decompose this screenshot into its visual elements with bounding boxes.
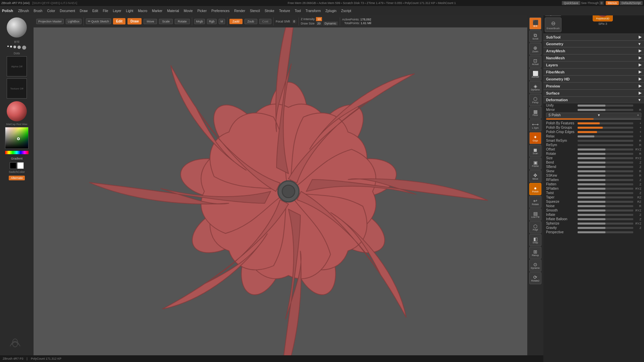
sflatten-slider[interactable] [578, 188, 633, 190]
zadd-btn[interactable]: Zadd [229, 19, 243, 24]
fibermesh-section[interactable]: FiberMesh ▶ [543, 68, 644, 75]
aahalf-btn[interactable]: ⬜ AAHalf [529, 68, 541, 80]
skew-slider[interactable] [578, 170, 633, 172]
default-zscript-btn[interactable]: DefaultZScript [620, 1, 643, 5]
transform-menu[interactable]: Transform [304, 9, 322, 13]
see-through-value[interactable]: 0 [599, 1, 604, 5]
brush-menu[interactable]: Brush [32, 9, 44, 13]
twist-slider[interactable] [578, 192, 633, 194]
scale-btn[interactable]: Scale [159, 19, 173, 24]
lightbox-btn[interactable]: LightBox [66, 19, 82, 24]
polish-features-slider[interactable] [578, 122, 633, 124]
material-menu[interactable]: Material [165, 9, 181, 13]
light-menu[interactable]: Light [124, 9, 135, 13]
marker-menu[interactable]: Marker [150, 9, 164, 13]
movie-menu[interactable]: Movie [182, 9, 195, 13]
preferences-menu[interactable]: Preferences [210, 9, 231, 13]
layers-section[interactable]: Layers ▶ [543, 61, 644, 68]
edit-menu[interactable]: Edit [91, 9, 100, 13]
texture-menu[interactable]: Texture [277, 9, 292, 13]
polish-crisp-slider[interactable] [578, 131, 633, 133]
squeeze-slider[interactable] [578, 201, 633, 203]
draw-menu[interactable]: Draw [78, 9, 89, 13]
scan-btn[interactable]: ◼ Scan [529, 145, 541, 157]
brush-sphere-preview[interactable] [7, 17, 27, 38]
relax-slider[interactable] [578, 135, 633, 137]
move-btn[interactable]: Move [144, 19, 157, 24]
persp-btn[interactable]: ⬡ Persp [529, 94, 541, 106]
dynamic-btn[interactable]: ⊙ Dynamic [529, 259, 541, 272]
sskew-slider[interactable] [578, 175, 633, 177]
flatten-slider[interactable] [578, 183, 633, 185]
polish-groups-slider[interactable] [578, 127, 633, 129]
focal-shift-value[interactable]: 0 [292, 19, 297, 23]
document-menu[interactable]: Document [58, 9, 77, 13]
subtool-section[interactable]: SubTool ▶ [543, 34, 644, 41]
sbend-slider[interactable] [578, 166, 633, 168]
floor-btn[interactable]: ▦ Floor [529, 107, 541, 119]
perspective-slider[interactable] [578, 231, 633, 233]
stencil-menu[interactable]: Stencil [248, 9, 262, 13]
mrgb-btn[interactable]: Mrgb [194, 19, 205, 24]
fg-color[interactable] [10, 162, 16, 169]
scroll-btn[interactable]: ⧉ Scroll [529, 30, 541, 42]
actual-btn[interactable]: ⊡ Actual [529, 56, 541, 68]
cost-btn[interactable]: Cost [259, 19, 272, 24]
rotate-deform-slider[interactable] [578, 153, 633, 155]
lsym-btn[interactable]: ⟷ L Sym [529, 119, 541, 131]
projection-master-btn[interactable]: Projection Master [36, 19, 64, 24]
bg-color[interactable] [17, 162, 24, 169]
linefill-btn[interactable]: ▤ Line Fill [529, 208, 541, 221]
mirror-slider[interactable] [578, 109, 633, 111]
dots-row[interactable] [7, 46, 26, 50]
rgb-btn[interactable]: Rgb [207, 19, 217, 24]
rotate2-btn[interactable]: ⟳ Rotate2 [529, 272, 541, 284]
color-menu[interactable]: Color [45, 9, 57, 13]
alpha-preview[interactable]: Alpha Off [7, 56, 27, 76]
geometryhd-section[interactable]: Geometry HD ▶ [543, 75, 644, 82]
polish-dropdown[interactable]: S Polish ▼ + [546, 113, 641, 118]
frame-btn[interactable]: ▣ Frame [529, 158, 541, 170]
offset-slider[interactable] [578, 148, 633, 150]
ranup-btn[interactable]: ⊞ Ranup [529, 247, 541, 259]
file-menu[interactable]: File [101, 9, 110, 13]
rotate-btn[interactable]: Rotate [175, 19, 190, 24]
noise-slider[interactable] [578, 205, 633, 207]
surface-section[interactable]: Surface ▶ [543, 89, 644, 97]
menus-btn[interactable]: Menus [606, 1, 619, 5]
right-scroll-area[interactable]: SubTool ▶ Geometry ▼ ArrayMesh ▶ NanoMes… [543, 34, 644, 362]
geometry-top-section[interactable]: Geometry ▼ [543, 41, 644, 47]
zoom-btn[interactable]: ⊕ Zoom [529, 43, 541, 55]
dynamic-label[interactable]: Dynamic [323, 21, 338, 25]
color-picker[interactable] [5, 127, 29, 149]
edit-mode-btn[interactable]: Edit [113, 18, 125, 24]
quicksave-btn[interactable]: QuickSave [562, 1, 581, 5]
draw-size-value[interactable]: 20 [316, 21, 322, 25]
nanomesh-section[interactable]: NanoMesh ▶ [543, 54, 644, 61]
smooth-slider[interactable] [578, 209, 633, 212]
unify-slider[interactable] [578, 105, 633, 107]
draw-mode-btn[interactable]: Draw [127, 18, 142, 24]
zplugin-menu[interactable]: Zplugin [324, 9, 338, 13]
hue-slider[interactable] [5, 151, 29, 154]
gravity-slider[interactable] [578, 227, 633, 229]
preview-section[interactable]: Preview ▶ [543, 82, 644, 89]
material-preview[interactable] [7, 101, 27, 121]
inflate-slider[interactable] [578, 214, 633, 216]
dynamo-btn[interactable]: ◈ Dynamo [529, 81, 541, 93]
gxyz-btn[interactable]: ✦ Gxyz [529, 132, 541, 144]
move-canvas-btn[interactable]: ✥ Move [529, 170, 541, 182]
m-btn[interactable]: M [219, 19, 225, 24]
texture-preview[interactable]: Texture Off [7, 78, 27, 99]
rotate-canvas-btn[interactable]: ↩ Rotate [529, 196, 541, 208]
zbrush-menu[interactable]: ZBrush [16, 9, 31, 13]
poly-btn[interactable]: ⬡ Polyf [529, 221, 541, 233]
deformation-section[interactable]: Deformation ▼ [543, 97, 644, 103]
canvas-area[interactable] [34, 27, 543, 355]
taper-slider[interactable] [578, 196, 633, 198]
spherize-slider[interactable] [578, 223, 633, 225]
polish-mid-btn[interactable]: ● Polish [529, 183, 541, 195]
macro-menu[interactable]: Macro [136, 9, 149, 13]
size-slider[interactable] [578, 157, 633, 159]
z-intensity-value[interactable]: 10 [316, 17, 322, 21]
